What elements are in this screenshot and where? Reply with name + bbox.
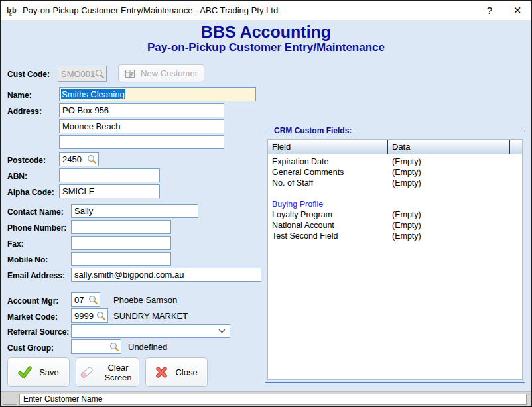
search-icon[interactable]: [88, 295, 98, 305]
fax-label: Fax:: [7, 237, 24, 251]
name-selected-text: Smiths Cleaning: [61, 89, 125, 99]
account-mgr-input[interactable]: [72, 295, 88, 305]
clear-screen-button[interactable]: Clear Screen: [76, 357, 139, 387]
search-icon[interactable]: [95, 69, 105, 79]
window-close-button[interactable]: ×: [503, 1, 531, 20]
status-bar-left-cell: [3, 394, 17, 405]
search-icon[interactable]: [109, 342, 119, 352]
contact-name-input[interactable]: [71, 204, 198, 218]
crm-field-data: (Empty): [388, 221, 421, 231]
account-mgr-label: Account Mgr:: [7, 294, 58, 308]
address-line1-input[interactable]: [59, 103, 224, 117]
window-title: Pay-on-Pickup Customer Entry/Maintenance…: [23, 5, 476, 15]
cust-group-lookup[interactable]: [71, 339, 121, 354]
cust-group-label: Cust Group:: [7, 341, 54, 355]
fax-input[interactable]: [71, 236, 171, 250]
referral-source-label: Referral Source:: [7, 325, 69, 339]
search-icon[interactable]: [87, 154, 97, 164]
postcode-input[interactable]: [60, 154, 87, 164]
close-button[interactable]: Close: [145, 357, 208, 387]
new-customer-label: New Customer: [141, 68, 198, 78]
mobile-label: Mobile No:: [7, 253, 48, 266]
crm-field-name: General Comments: [268, 168, 388, 178]
status-message: Enter Customer Name: [19, 394, 527, 405]
cust-code-input[interactable]: [58, 69, 95, 79]
crm-field-name: No. of Staff: [268, 178, 388, 189]
crm-field-data: (Empty): [388, 231, 421, 242]
checkmark-icon: [18, 365, 32, 379]
crm-field-name: Loyalty Program: [268, 210, 388, 221]
market-code-lookup[interactable]: [71, 308, 108, 323]
crm-category-row[interactable]: Buying Profile: [268, 200, 522, 210]
chevron-down-icon: [218, 329, 226, 333]
email-input[interactable]: [71, 268, 261, 282]
crm-panel-title: CRM Custom Fields:: [271, 126, 355, 135]
email-label: Email Address:: [7, 269, 65, 282]
address-line3-input[interactable]: [59, 135, 224, 149]
close-button-label: Close: [175, 367, 197, 377]
crm-category-name: Buying Profile: [268, 200, 388, 210]
x-cross-icon: [155, 366, 168, 378]
address-label: Address:: [7, 105, 42, 118]
cust-code-label: Cust Code:: [7, 68, 50, 81]
crm-fields-listview: Field Data Expiration Date(Empty) Genera…: [267, 139, 523, 380]
save-button[interactable]: Save: [7, 357, 70, 387]
alpha-code-input[interactable]: [59, 184, 160, 198]
alpha-code-label: Alpha Code:: [7, 186, 54, 199]
column-header-data[interactable]: Data: [388, 140, 510, 154]
postcode-lookup[interactable]: [59, 152, 99, 166]
account-mgr-display: Phoebe Samson: [113, 294, 177, 306]
help-button[interactable]: ?: [476, 1, 503, 20]
listview-rows: Expiration Date(Empty) General Comments(…: [268, 154, 522, 242]
crm-field-name: National Account: [268, 221, 388, 231]
account-mgr-lookup[interactable]: [71, 292, 100, 307]
crm-field-name: [268, 189, 388, 200]
crm-row[interactable]: No. of Staff(Empty): [268, 178, 522, 189]
app-window: bbs Pay-on-Pickup Customer Entry/Mainten…: [0, 0, 532, 407]
crm-row-blank: [268, 189, 522, 200]
address-line2-input[interactable]: [59, 119, 224, 133]
crm-field-name: Expiration Date: [268, 157, 388, 168]
crm-field-data: (Empty): [388, 157, 421, 168]
mobile-input[interactable]: [71, 252, 171, 266]
app-title: BBS Accounting: [1, 23, 531, 42]
screen-title: Pay-on-Pickup Customer Entry/Maintenance: [1, 41, 531, 54]
clear-screen-button-label: Clear Screen: [101, 363, 135, 382]
new-customer-icon: [125, 68, 135, 79]
crm-field-data: [388, 189, 392, 200]
status-bar: Enter Customer Name: [1, 391, 531, 406]
abn-label: ABN:: [7, 170, 27, 183]
postcode-label: Postcode:: [7, 154, 46, 167]
crm-field-data: (Empty): [388, 210, 421, 221]
crm-row[interactable]: Test Second Field(Empty): [268, 231, 522, 242]
crm-row[interactable]: Expiration Date(Empty): [268, 157, 522, 168]
crm-field-name: Test Second Field: [268, 231, 388, 242]
contact-name-label: Contact Name:: [7, 205, 64, 219]
cust-code-lookup[interactable]: [58, 66, 107, 82]
crm-row[interactable]: National Account(Empty): [268, 221, 522, 231]
cust-group-display: Undefined: [128, 341, 167, 353]
phone-input[interactable]: [71, 220, 171, 234]
crm-custom-fields-panel: CRM Custom Fields: Field Data Expiration…: [265, 131, 525, 383]
name-input[interactable]: Smiths Cleaning: [59, 87, 256, 101]
save-button-label: Save: [39, 367, 59, 377]
abn-input[interactable]: [59, 168, 160, 182]
svg-text:s: s: [9, 11, 12, 17]
market-code-label: Market Code:: [7, 310, 58, 323]
market-code-display: SUNDRY MARKET: [113, 310, 188, 322]
search-icon[interactable]: [96, 311, 106, 321]
crm-row[interactable]: General Comments(Empty): [268, 168, 522, 178]
svg-text:b: b: [12, 6, 17, 14]
crm-field-data: (Empty): [388, 168, 421, 178]
crm-field-data: (Empty): [388, 178, 421, 189]
new-customer-button[interactable]: New Customer: [118, 64, 204, 82]
column-header-field[interactable]: Field: [268, 140, 388, 154]
crm-field-data: [388, 200, 392, 210]
app-logo-icon: bbs: [6, 5, 18, 17]
crm-row[interactable]: Loyalty Program(Empty): [268, 210, 522, 221]
title-bar: bbs Pay-on-Pickup Customer Entry/Mainten…: [1, 1, 531, 21]
referral-source-select[interactable]: [71, 324, 230, 338]
name-label: Name:: [7, 89, 32, 102]
market-code-input[interactable]: [72, 311, 96, 321]
cust-group-input[interactable]: [72, 342, 109, 352]
